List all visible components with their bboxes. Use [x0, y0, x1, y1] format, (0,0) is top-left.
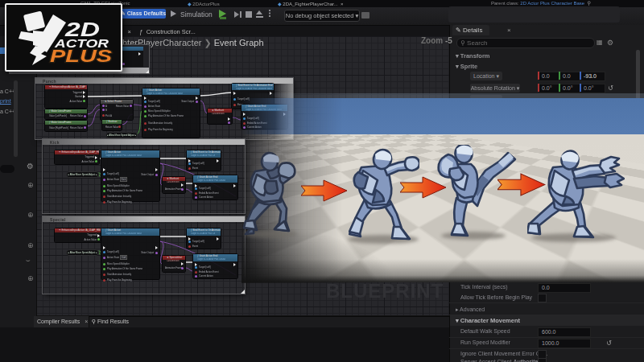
svg-text:PLUS: PLUS: [50, 46, 112, 66]
